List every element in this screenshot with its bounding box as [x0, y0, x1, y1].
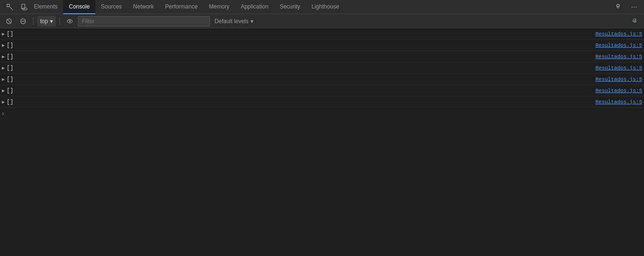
expand-arrow[interactable]: ▶: [2, 99, 5, 105]
console-row: ▶ [] Resultados.js:5: [0, 51, 644, 62]
toolbar-right: [629, 16, 641, 26]
console-source-link[interactable]: Resultados.js:5: [595, 54, 642, 60]
tab-lighthouse[interactable]: Lighthouse: [306, 0, 345, 14]
console-row: ▶ [] Resultados.js:5: [0, 62, 644, 74]
console-value: []: [7, 76, 13, 83]
toolbar-divider-2: [59, 17, 60, 25]
console-source-link[interactable]: Resultados.js:5: [595, 77, 642, 82]
tab-network[interactable]: Network: [127, 0, 159, 14]
filter-input[interactable]: [78, 16, 210, 26]
console-row: ▶ [] Resultados.js:5: [0, 85, 644, 96]
console-row: ▶ [] Resultados.js:5: [0, 74, 644, 85]
tab-bar: Elements Console Sources Network Perform…: [0, 0, 644, 14]
console-value: []: [7, 65, 13, 71]
tab-sources[interactable]: Sources: [95, 0, 127, 14]
svg-point-12: [69, 20, 71, 22]
levels-chevron-icon: ▾: [251, 18, 253, 25]
expand-arrow[interactable]: ▶: [2, 65, 5, 71]
console-value: []: [7, 53, 13, 60]
context-selector[interactable]: top ▾: [37, 16, 56, 26]
expand-arrow[interactable]: ▶: [2, 88, 5, 94]
console-toolbar: top ▾ Default levels ▾: [0, 14, 644, 28]
svg-point-4: [632, 6, 633, 7]
toolbar-divider-1: [33, 17, 33, 25]
default-levels-button[interactable]: Default levels ▾: [212, 16, 256, 26]
eye-icon-button[interactable]: [64, 16, 76, 26]
tab-bar-right-icons: [612, 2, 644, 12]
tab-performance[interactable]: Performance: [159, 0, 203, 14]
expand-arrow[interactable]: ▶: [2, 54, 5, 60]
console-prompt-icon: ›: [2, 110, 4, 117]
console-row: ▶ [] Resultados.js:5: [0, 28, 644, 40]
chevron-down-icon: ▾: [50, 18, 53, 25]
expand-arrow[interactable]: ▶: [2, 43, 5, 48]
device-toggle-button[interactable]: [18, 2, 30, 12]
console-row: ▶ [] Resultados.js:5: [0, 96, 644, 108]
tab-console[interactable]: Console: [63, 0, 95, 14]
expand-arrow[interactable]: ▶: [2, 31, 5, 37]
console-source-link[interactable]: Resultados.js:5: [595, 65, 642, 71]
svg-line-1: [10, 7, 13, 10]
console-source-link[interactable]: Resultados.js:5: [595, 31, 642, 37]
tab-memory[interactable]: Memory: [203, 0, 235, 14]
svg-rect-0: [7, 4, 9, 6]
console-row: ▶ [] Resultados.js:5: [0, 40, 644, 51]
console-value: []: [7, 31, 13, 37]
expand-arrow[interactable]: ▶: [2, 77, 5, 82]
svg-point-5: [634, 6, 635, 7]
console-input-row: ›: [0, 108, 644, 119]
svg-point-6: [636, 6, 636, 7]
console-source-link[interactable]: Resultados.js:5: [595, 43, 642, 48]
console-source-link[interactable]: Resultados.js:5: [595, 88, 642, 94]
console-value: []: [7, 99, 13, 105]
inspect-icon-button[interactable]: [4, 2, 16, 12]
svg-line-8: [8, 19, 11, 23]
console-output: ▶ [] Resultados.js:5 ▶ [] Resultados.js:…: [0, 28, 644, 256]
tab-bar-left-icons: [0, 0, 34, 14]
tab-security[interactable]: Security: [274, 0, 306, 14]
console-value: []: [7, 87, 13, 94]
console-value: []: [7, 42, 13, 49]
console-settings-button[interactable]: [629, 16, 641, 26]
more-options-button[interactable]: [628, 2, 640, 12]
console-source-link[interactable]: Resultados.js:5: [595, 99, 642, 105]
tab-application[interactable]: Application: [235, 0, 274, 14]
block-network-button[interactable]: [17, 16, 29, 26]
settings-icon-button[interactable]: [612, 2, 624, 12]
clear-console-button[interactable]: [3, 16, 15, 26]
